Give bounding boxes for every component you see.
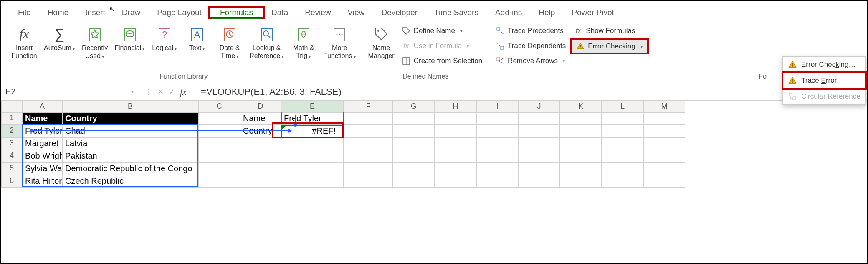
cell-E6[interactable]	[281, 175, 344, 188]
col-J[interactable]: J	[518, 101, 560, 112]
cell-H6[interactable]	[435, 175, 476, 188]
cell-F4[interactable]	[344, 150, 393, 162]
cell-H2[interactable]	[435, 125, 476, 137]
cell-I3[interactable]	[476, 137, 518, 150]
name-manager-button[interactable]: Name Manager	[367, 23, 396, 61]
create-from-selection-button[interactable]: Create from Selection	[400, 55, 485, 67]
cell-B3[interactable]: Latvia	[62, 137, 198, 150]
cell-M1[interactable]	[643, 112, 685, 125]
math-trig-button[interactable]: θ Math & Trig	[289, 23, 318, 61]
cell-G3[interactable]	[393, 137, 435, 150]
cell-A1[interactable]: Name	[22, 112, 62, 125]
cell-I2[interactable]	[476, 125, 518, 137]
cell-H4[interactable]	[435, 150, 476, 162]
col-K[interactable]: K	[560, 101, 602, 112]
cell-M3[interactable]	[643, 137, 685, 150]
cell-G2[interactable]	[393, 125, 435, 137]
date-time-button[interactable]: Date & Time	[215, 23, 244, 61]
tab-formulas[interactable]: Formulas	[212, 5, 261, 19]
error-checking-button[interactable]: ! Error Checking ▾	[572, 40, 647, 53]
cell-B6[interactable]: Czech Republic	[62, 175, 198, 188]
cell-F3[interactable]	[344, 137, 393, 150]
text-button[interactable]: A Text	[182, 23, 212, 53]
cell-D4[interactable]	[240, 150, 281, 162]
cell-C2[interactable]	[198, 125, 240, 137]
col-F[interactable]: F	[344, 101, 393, 112]
cell-C3[interactable]	[198, 137, 240, 150]
cell-L6[interactable]	[602, 175, 643, 188]
logical-button[interactable]: ? Logical	[150, 23, 179, 53]
cell-F2[interactable]	[344, 125, 393, 137]
cell-K6[interactable]	[560, 175, 602, 188]
cell-J2[interactable]	[518, 125, 560, 137]
cell-B1[interactable]: Country	[62, 112, 198, 125]
tab-view[interactable]: View	[339, 5, 373, 20]
insert-function-button[interactable]: fx Insert Function	[10, 23, 39, 61]
dropdown-trace-error[interactable]: ! Trace Error	[783, 73, 865, 89]
tab-draw[interactable]: Draw	[114, 5, 149, 20]
tab-add-ins[interactable]: Add-ins	[487, 5, 530, 20]
cell-G4[interactable]	[393, 150, 435, 162]
cell-D3[interactable]	[240, 137, 281, 150]
cell-G6[interactable]	[393, 175, 435, 188]
cell-L4[interactable]	[602, 150, 643, 162]
cell-G5[interactable]	[393, 162, 435, 175]
cell-A3[interactable]: Margaret	[22, 137, 62, 150]
row-4[interactable]: 4	[1, 150, 22, 162]
cell-M4[interactable]	[643, 150, 685, 162]
cancel-icon[interactable]: ✕	[157, 87, 164, 96]
col-H[interactable]: H	[435, 101, 476, 112]
tab-page-layout[interactable]: Page Layout	[149, 5, 210, 20]
col-L[interactable]: L	[602, 101, 643, 112]
cell-I5[interactable]	[476, 162, 518, 175]
cell-C6[interactable]	[198, 175, 240, 188]
cell-E1[interactable]: Fred Tyler	[281, 112, 344, 125]
cell-C1[interactable]	[198, 112, 240, 125]
cell-K3[interactable]	[560, 137, 602, 150]
col-I[interactable]: I	[476, 101, 518, 112]
tab-help[interactable]: Help	[530, 5, 563, 20]
tab-review[interactable]: Review	[296, 5, 339, 20]
cell-J3[interactable]	[518, 137, 560, 150]
cell-D6[interactable]	[240, 175, 281, 188]
dropdown-error-checking[interactable]: ! Error Checking…	[783, 57, 865, 73]
cell-I6[interactable]	[476, 175, 518, 188]
cell-M6[interactable]	[643, 175, 685, 188]
recently-used-button[interactable]: Recently Used	[80, 23, 109, 61]
cell-H3[interactable]	[435, 137, 476, 150]
tab-power-pivot[interactable]: Power Pivot	[563, 5, 622, 20]
trace-precedents-button[interactable]: Trace Precedents	[493, 25, 568, 37]
fx-icon[interactable]: fx	[180, 86, 191, 97]
define-name-button[interactable]: Define Name ▾	[400, 25, 485, 37]
show-formulas-button[interactable]: fx Show Formulas	[572, 25, 647, 37]
sheet-grid[interactable]: A B C D E F G H I J K L M 1 Name Country…	[1, 101, 867, 188]
row-6[interactable]: 6	[1, 175, 22, 188]
cell-L1[interactable]	[602, 112, 643, 125]
cell-K1[interactable]	[560, 112, 602, 125]
cell-G1[interactable]	[393, 112, 435, 125]
tab-time-savers[interactable]: Time Savers	[426, 5, 487, 20]
cell-C4[interactable]	[198, 150, 240, 162]
cell-F5[interactable]	[344, 162, 393, 175]
cell-C5[interactable]	[198, 162, 240, 175]
remove-arrows-button[interactable]: Remove Arrows ▾	[493, 55, 568, 67]
col-M[interactable]: M	[643, 101, 685, 112]
cell-D1[interactable]: Name	[240, 112, 281, 125]
cell-K2[interactable]	[560, 125, 602, 137]
tab-file[interactable]: File	[10, 5, 39, 20]
tab-home[interactable]: Home	[39, 5, 77, 20]
financial-button[interactable]: Financial	[113, 23, 147, 53]
cell-J5[interactable]	[518, 162, 560, 175]
cell-D5[interactable]	[240, 162, 281, 175]
cell-J4[interactable]	[518, 150, 560, 162]
row-3[interactable]: 3	[1, 137, 22, 150]
cell-J1[interactable]	[518, 112, 560, 125]
tab-developer[interactable]: Developer	[373, 5, 426, 20]
cell-E4[interactable]	[281, 150, 344, 162]
cell-K5[interactable]	[560, 162, 602, 175]
cell-F6[interactable]	[344, 175, 393, 188]
col-E[interactable]: E	[281, 101, 344, 112]
col-A[interactable]: A	[22, 101, 62, 112]
col-C[interactable]: C	[198, 101, 240, 112]
autosum-button[interactable]: ∑ AutoSum	[42, 23, 77, 53]
